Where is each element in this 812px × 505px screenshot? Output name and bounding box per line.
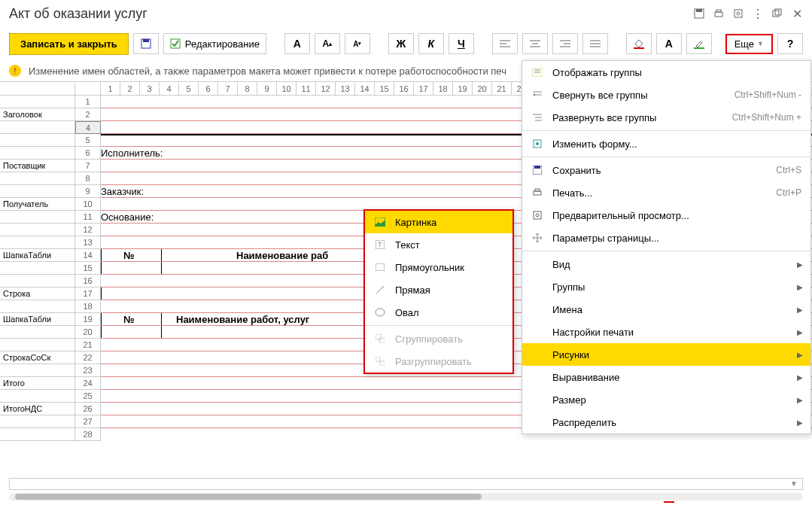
- menu-item-expand-all[interactable]: Развернуть все группы Ctrl+Shift+Num +: [522, 106, 810, 129]
- window-icon[interactable]: [771, 8, 783, 20]
- edit-button[interactable]: Редактирование: [163, 33, 266, 54]
- menu-label: Картинка: [395, 217, 436, 228]
- text-color-button[interactable]: A: [656, 33, 682, 54]
- svg-rect-9: [143, 39, 149, 42]
- shortcut: Ctrl+Shift+Num +: [732, 112, 801, 123]
- menu-item-save[interactable]: Сохранить Ctrl+S: [522, 159, 810, 181]
- collapse-icon: [531, 89, 543, 101]
- menu-item-rectangle[interactable]: Прямоугольник: [365, 256, 512, 278]
- menu-item-groups[interactable]: Группы ▶: [522, 275, 810, 298]
- menu-item-preview[interactable]: Предварительный просмотр...: [522, 204, 810, 227]
- save-close-button[interactable]: Записать и закрыть: [9, 33, 129, 55]
- align-center-button[interactable]: [522, 33, 548, 54]
- menu-label: Отображать группы: [552, 67, 642, 78]
- picture-icon: [374, 216, 386, 228]
- menu-item-show-groups[interactable]: Отображать группы: [522, 61, 810, 84]
- menu-item-change-form[interactable]: Изменить форму...: [522, 132, 810, 155]
- menu-item-group: Сгруппировать: [365, 327, 512, 350]
- italic-button[interactable]: К: [418, 33, 444, 54]
- chevron-right-icon: ▶: [797, 351, 803, 359]
- menu-item-print-settings[interactable]: Настройки печати ▶: [522, 321, 810, 343]
- svg-rect-6: [773, 11, 779, 17]
- more-vertical-icon[interactable]: ⋮: [752, 8, 764, 20]
- drawings-submenu: Картинка T Текст Прямоугольник Прямая Ов…: [363, 209, 514, 374]
- warning-icon: !: [9, 65, 21, 77]
- highlight-button[interactable]: [686, 33, 712, 54]
- chevron-down-icon: ▼: [790, 479, 798, 488]
- chevron-right-icon: ▶: [797, 373, 803, 382]
- align-right-button[interactable]: [552, 33, 578, 54]
- scrollbar-thumb[interactable]: [15, 494, 482, 500]
- svg-point-5: [737, 12, 740, 15]
- chevron-right-icon: ▶: [797, 396, 803, 404]
- close-icon[interactable]: ✕: [791, 8, 803, 20]
- groups-icon: [531, 66, 543, 78]
- menu-item-distribute[interactable]: Распределить ▶: [522, 411, 810, 434]
- menu-item-drawings[interactable]: Рисунки ▶: [522, 343, 810, 366]
- align-left-button[interactable]: [492, 33, 518, 54]
- oval-icon: [374, 306, 386, 318]
- save-icon[interactable]: [693, 8, 705, 20]
- shortcut: Ctrl+Shift+Num -: [734, 90, 801, 100]
- fill-color-button[interactable]: [626, 33, 652, 54]
- page-title: Акт об оказании услуг: [9, 6, 693, 22]
- menu-label: Текст: [395, 239, 420, 251]
- align-justify-button[interactable]: [582, 33, 608, 54]
- chevron-right-icon: ▶: [797, 328, 803, 336]
- menu-label: Группы: [552, 281, 585, 293]
- menu-label: Имена: [552, 304, 582, 315]
- svg-rect-2: [715, 12, 722, 17]
- menu-item-alignment[interactable]: Выравнивание ▶: [522, 366, 810, 388]
- menu-item-page-params[interactable]: Параметры страницы...: [522, 227, 810, 249]
- edit-label: Редактирование: [185, 38, 260, 50]
- menu-label: Сгруппировать: [395, 333, 463, 345]
- menu-item-oval[interactable]: Овал: [365, 301, 512, 324]
- menu-item-size[interactable]: Размер ▶: [522, 388, 810, 411]
- underline-button[interactable]: Ч: [449, 33, 474, 54]
- form-icon: [531, 138, 543, 150]
- menu-item-text[interactable]: T Текст: [365, 233, 512, 256]
- menu-label: Развернуть все группы: [552, 112, 656, 123]
- grid-corner: [0, 82, 75, 95]
- menu-item-collapse-all[interactable]: Свернуть все группы Ctrl+Shift+Num -: [522, 84, 810, 106]
- menu-item-line[interactable]: Прямая: [365, 278, 512, 301]
- menu-label: Овал: [395, 307, 419, 318]
- print-icon[interactable]: [713, 8, 725, 20]
- chevron-right-icon: ▶: [797, 283, 803, 291]
- svg-point-45: [536, 142, 539, 145]
- footer-dropdown[interactable]: ▼: [9, 478, 803, 490]
- menu-label: Вид: [552, 259, 570, 270]
- svg-rect-47: [534, 166, 540, 169]
- svg-rect-7: [775, 9, 781, 15]
- svg-point-31: [376, 309, 385, 316]
- font-size-med-button[interactable]: A▴: [315, 33, 340, 54]
- menu-label: Печать...: [552, 187, 592, 199]
- svg-rect-33: [379, 338, 385, 343]
- more-button[interactable]: Еще▼: [725, 34, 773, 54]
- line-icon: [374, 284, 386, 296]
- font-size-small-button[interactable]: A▾: [345, 33, 370, 54]
- svg-rect-50: [534, 211, 541, 219]
- svg-rect-49: [535, 189, 540, 191]
- menu-item-names[interactable]: Имена ▶: [522, 298, 810, 321]
- rectangle-icon: [374, 261, 386, 273]
- help-button[interactable]: ?: [777, 33, 803, 54]
- bold-button[interactable]: Ж: [388, 33, 414, 54]
- preview-icon[interactable]: [732, 8, 744, 20]
- menu-item-print[interactable]: Печать... Ctrl+P: [522, 181, 810, 204]
- svg-rect-23: [634, 47, 644, 49]
- warning-text: Изменение имен областей, а также парамет…: [29, 65, 506, 77]
- menu-label: Прямоугольник: [395, 262, 464, 273]
- save-button[interactable]: [133, 33, 159, 54]
- svg-point-51: [536, 214, 539, 217]
- svg-rect-34: [376, 357, 380, 361]
- more-menu: Отображать группы Свернуть все группы Ct…: [522, 60, 811, 434]
- save-icon: [531, 164, 543, 176]
- menu-item-picture[interactable]: Картинка: [365, 211, 512, 233]
- svg-line-30: [376, 286, 384, 294]
- menu-item-view[interactable]: Вид ▶: [522, 253, 810, 275]
- svg-text:T: T: [378, 241, 382, 248]
- font-size-large-button[interactable]: A: [284, 33, 310, 54]
- svg-rect-4: [734, 10, 742, 17]
- horizontal-scrollbar[interactable]: [9, 493, 803, 500]
